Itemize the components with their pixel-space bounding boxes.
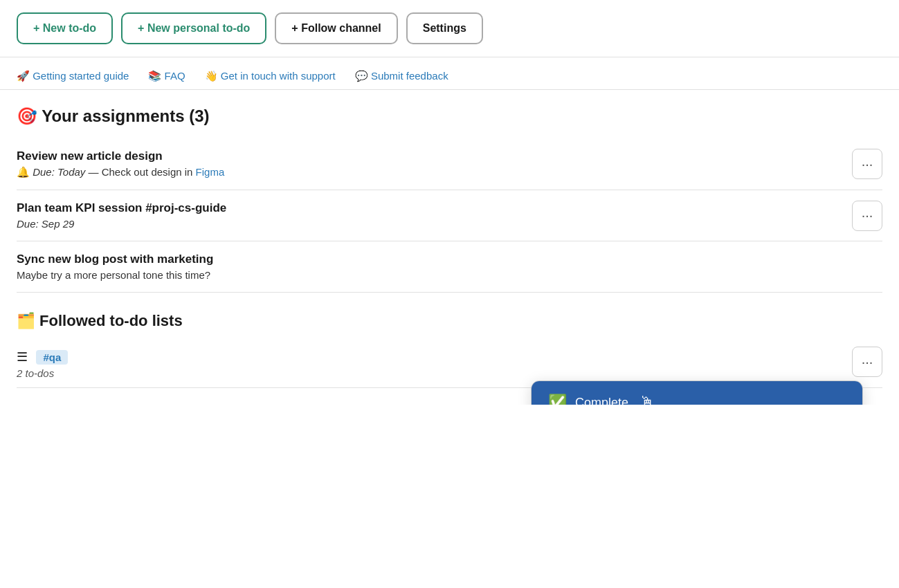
qa-tag[interactable]: #qa (36, 350, 68, 365)
followed-item-header: ☰ #qa (17, 349, 882, 365)
todo-item-3: Sync new blog post with marketing Maybe … (17, 241, 882, 293)
todo-menu-button-1[interactable]: ··· (852, 149, 882, 179)
todo-title-3: Sync new blog post with marketing (17, 252, 882, 266)
faq-link[interactable]: 📚 FAQ (148, 70, 185, 82)
figma-link[interactable]: Figma (196, 166, 225, 178)
books-icon: 📚 (148, 70, 161, 82)
follow-channel-button[interactable]: + Follow channel (275, 12, 397, 44)
new-todo-button[interactable]: + New to-do (17, 12, 113, 44)
todo-title-2: Plan team KPI session #proj-cs-guide (17, 201, 882, 215)
main-content: 🎯 Your assignments (3) Review new articl… (0, 90, 899, 405)
wave-icon: 👋 (205, 70, 218, 82)
speech-icon: 💬 (355, 70, 368, 82)
proj-tag: #proj-cs-guide (145, 201, 226, 214)
followed-menu-button-qa[interactable]: ··· (852, 347, 882, 377)
rocket-icon: 🚀 (17, 70, 30, 82)
todo-sub-3: Maybe try a more personal tone this time… (17, 269, 882, 281)
getting-started-link[interactable]: 🚀 Getting started guide (17, 70, 129, 82)
todo-item-1: Review new article design 🔔 Due: Today —… (17, 138, 882, 190)
dropdown-complete[interactable]: ✅ Complete 🖱 (532, 381, 862, 405)
todo-item-2: Plan team KPI session #proj-cs-guide Due… (17, 190, 882, 241)
todo-menu-button-2[interactable]: ··· (852, 201, 882, 231)
followed-section: 🗂️ Followed to-do lists ☰ #qa 2 to-dos ·… (17, 312, 882, 388)
links-bar: 🚀 Getting started guide 📚 FAQ 👋 Get in t… (0, 57, 899, 90)
todo-sub-2: Due: Sep 29 (17, 218, 882, 230)
hamburger-icon: ☰ (17, 350, 28, 364)
top-bar: + New to-do + New personal to-do + Follo… (0, 0, 899, 57)
followed-title: 🗂️ Followed to-do lists (17, 312, 882, 330)
context-dropdown: ✅ Complete 🖱 📝 Edit 💬 Create comment thr… (531, 380, 863, 405)
new-personal-todo-button[interactable]: + New personal to-do (121, 12, 266, 44)
checkmark-icon: ✅ (548, 394, 567, 405)
feedback-link[interactable]: 💬 Submit feedback (355, 70, 448, 82)
bell-icon: 🔔 (17, 166, 30, 178)
settings-button[interactable]: Settings (406, 12, 483, 44)
assignments-title: 🎯 Your assignments (3) (17, 107, 882, 126)
cursor-icon: 🖱 (639, 394, 655, 405)
qa-sub: 2 to-dos (17, 367, 882, 379)
support-link[interactable]: 👋 Get in touch with support (205, 70, 336, 82)
todo-sub-1: 🔔 Due: Today — Check out design in Figma (17, 166, 882, 178)
todo-title-1: Review new article design (17, 149, 882, 163)
